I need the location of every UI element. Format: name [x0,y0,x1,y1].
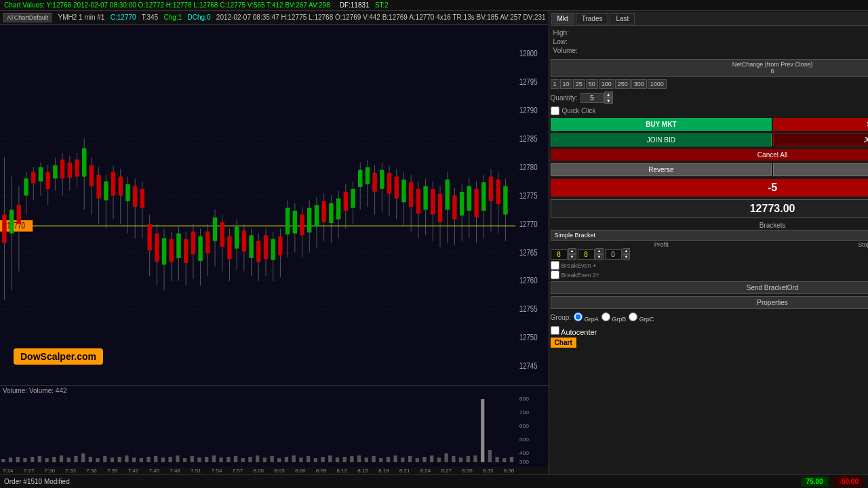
flatten-button[interactable]: Flatten [773,163,868,176]
svg-text:12770: 12770 [519,219,538,228]
svg-rect-155 [460,192,464,216]
low-label: Low: [553,38,568,45]
svg-rect-236 [408,456,412,462]
svg-rect-220 [292,455,296,462]
svg-rect-223 [314,458,317,462]
svg-rect-143 [416,189,420,214]
svg-rect-180 [1,459,5,462]
svg-rect-224 [321,457,324,462]
stoploss-header: StopLoss Distance [772,241,868,248]
grpa-label: GrpA [574,312,599,323]
cancel-all-button[interactable]: Cancel All [551,149,868,161]
svg-rect-249 [502,458,506,462]
svg-rect-137 [395,177,399,199]
svg-rect-234 [393,455,397,462]
qty-up[interactable]: ▲ [604,92,613,98]
net-change-value: 6 [553,68,868,75]
qty-btn-10[interactable]: 10 [560,79,572,89]
tab-last[interactable]: Last [610,13,635,24]
svg-rect-159 [474,189,478,218]
svg-rect-229 [357,455,361,462]
autocenter-checkbox[interactable] [551,326,559,335]
distance-down[interactable]: ▼ [623,254,631,260]
svg-rect-197 [125,455,128,462]
qty-down[interactable]: ▼ [604,98,613,104]
stoploss-input[interactable] [578,249,595,260]
stoploss-down[interactable]: ▼ [595,254,604,260]
chart-area: ATChartDefault YMH2 1 min #1 C:12770 T:3… [0,11,549,474]
reverse-flatten-buttons: Reverse Flatten [551,163,868,176]
tab-trades[interactable]: Trades [576,13,609,24]
svg-text:12775: 12775 [519,190,538,199]
grpc-radio[interactable] [629,312,637,321]
svg-rect-55 [96,175,100,199]
qty-btn-250[interactable]: 250 [615,79,631,89]
svg-rect-103 [271,239,275,260]
volume-area: Volume: Volume: 442 800 700 600 500 400 … [0,385,549,466]
svg-rect-61 [119,177,123,196]
svg-rect-243 [459,458,462,462]
bracket-type-select[interactable]: Simple Bracket [551,230,868,241]
high-row: High: 12802 [553,28,868,37]
buy-sell-buttons: BUY MKT SELL MKT [551,118,868,131]
join-bid-button[interactable]: JOIN BID [551,134,772,146]
profit-input[interactable] [551,249,568,260]
svg-text:12750: 12750 [519,333,538,342]
svg-text:12795: 12795 [519,77,538,86]
chart-dchg: DChg:0 [188,14,211,21]
tab-mkt[interactable]: Mkt [551,13,574,24]
svg-rect-209 [212,455,216,462]
qty-btn-300[interactable]: 300 [631,79,647,89]
svg-rect-231 [372,456,375,462]
svg-rect-53 [90,165,94,186]
svg-text:600: 600 [519,423,530,429]
svg-rect-245 [473,455,477,462]
properties-button[interactable]: Properties [551,296,868,309]
qty-btn-1[interactable]: 1 [551,79,559,89]
profit-up[interactable]: ▲ [568,248,576,254]
svg-rect-183 [23,458,26,462]
quantity-input[interactable] [580,93,604,103]
qty-btn-100[interactable]: 100 [599,79,614,89]
chart-button[interactable]: Chart [551,338,576,348]
profit-down[interactable]: ▼ [568,254,576,260]
svg-rect-240 [437,458,441,462]
qty-btn-50[interactable]: 50 [586,79,598,89]
quick-click-checkbox[interactable] [551,106,559,115]
breakeven2-checkbox[interactable] [551,270,559,279]
sell-mkt-button[interactable]: SELL MKT [773,118,868,131]
svg-rect-161 [481,182,486,211]
svg-rect-47 [68,163,72,178]
stoploss-up[interactable]: ▲ [595,248,604,254]
svg-rect-157 [467,186,471,211]
distance-up[interactable]: ▲ [623,248,631,254]
low-row: Low: 12737 [553,37,868,46]
svg-rect-51 [82,148,86,177]
grpa-radio[interactable] [574,312,583,321]
bottom-status: Order #1510 Modified 75.00 -50.00 [0,474,868,488]
svg-rect-228 [350,456,353,462]
qty-btn-1000[interactable]: 1000 [648,79,667,89]
send-bracket-button[interactable]: Send BracketOrd [551,281,868,294]
join-offer-button[interactable]: JOIN OFFER [773,134,868,146]
svg-rect-87 [213,218,217,241]
svg-rect-206 [191,456,194,462]
grpb-radio[interactable] [601,312,610,321]
svg-rect-194 [103,456,106,462]
svg-rect-71 [155,233,159,262]
market-data: High: 12802 Low: 12737 Volume: 23171 [551,26,868,58]
reverse-button[interactable]: Reverse [551,163,772,176]
distance-input[interactable] [605,249,622,260]
svg-rect-65 [133,186,137,207]
svg-rect-215 [256,455,259,462]
svg-rect-181 [9,458,12,462]
svg-rect-105 [278,237,282,256]
qty-btn-25[interactable]: 25 [573,79,585,89]
breakeven1-checkbox[interactable] [551,261,559,270]
svg-rect-117 [321,201,326,222]
buy-mkt-button[interactable]: BUY MKT [551,118,772,131]
chart-svg: 12800 12795 12790 12785 12780 12775 1277… [0,25,549,385]
svg-rect-95 [242,230,246,251]
svg-rect-210 [219,458,222,462]
svg-rect-203 [168,457,172,462]
